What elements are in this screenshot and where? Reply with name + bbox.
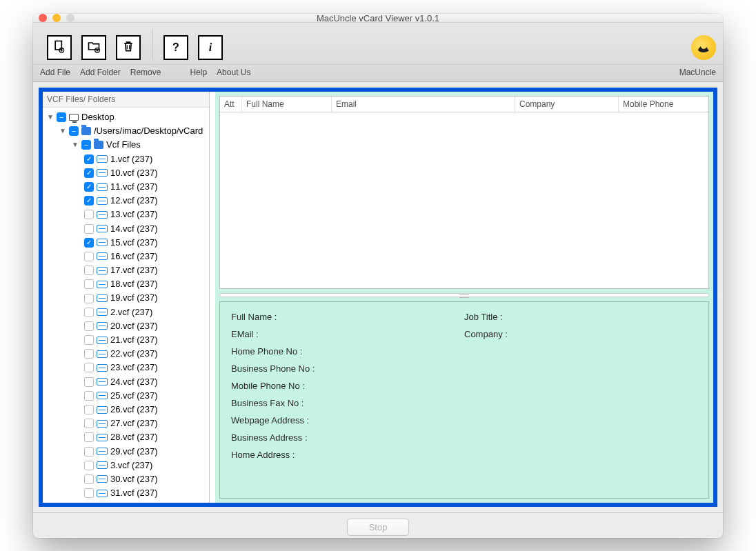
- detail-bizfax: Business Fax No :: [231, 398, 697, 408]
- help-button[interactable]: ?: [163, 35, 188, 60]
- tree-label: 22.vcf (237): [110, 348, 158, 360]
- tree-row[interactable]: 25.vcf (237): [44, 389, 208, 403]
- tree-label: 15.vcf (237): [110, 237, 158, 249]
- tree-row[interactable]: ▼–/Users/imac/Desktop/vCard: [44, 124, 208, 138]
- col-mobile[interactable]: Mobile Phone: [619, 97, 708, 112]
- flame-icon: [695, 39, 712, 56]
- trash-icon: [121, 39, 135, 56]
- vcard-icon: [97, 239, 108, 246]
- checkbox[interactable]: [84, 349, 94, 359]
- checkbox[interactable]: –: [69, 126, 79, 136]
- checkbox[interactable]: ✓: [84, 238, 94, 248]
- disclosure-triangle[interactable]: ▼: [59, 126, 66, 136]
- vcard-icon: [97, 490, 108, 497]
- tree-label: 3.vcf (237): [110, 459, 152, 472]
- tree-row[interactable]: ✓1.vcf (237): [44, 152, 208, 166]
- add-folder-button[interactable]: [81, 35, 106, 60]
- tree-row[interactable]: ✓12.vcf (237): [44, 194, 208, 208]
- disclosure-triangle[interactable]: ▼: [47, 112, 54, 122]
- tree-row[interactable]: 16.vcf (237): [44, 250, 208, 263]
- tree-row[interactable]: 31.vcf (237): [44, 486, 208, 500]
- checkbox[interactable]: [84, 308, 94, 317]
- checkbox[interactable]: [84, 474, 94, 484]
- vcard-icon: [97, 392, 108, 399]
- tree-label: 16.vcf (237): [110, 250, 158, 263]
- col-att[interactable]: Att: [220, 97, 242, 112]
- tree-row[interactable]: ▼–Desktop: [44, 110, 208, 124]
- footer: Stop: [33, 512, 723, 538]
- checkbox[interactable]: [84, 335, 94, 345]
- about-button[interactable]: i: [198, 35, 223, 60]
- tree-row[interactable]: 22.vcf (237): [44, 347, 208, 361]
- tree-row[interactable]: ✓11.vcf (237): [44, 180, 208, 194]
- tree-row[interactable]: 2.vcf (237): [44, 305, 208, 319]
- preview-panel: Att Full Name Email Company Mobile Phone…: [215, 92, 713, 503]
- checkbox[interactable]: ✓: [84, 182, 94, 192]
- checkbox[interactable]: [84, 391, 94, 401]
- tree-row[interactable]: 24.vcf (237): [44, 375, 208, 389]
- file-tree-scroll[interactable]: ▼–Desktop▼–/Users/imac/Desktop/vCard▼–Vc…: [43, 108, 209, 503]
- tree-row[interactable]: 29.vcf (237): [44, 445, 208, 459]
- vcard-icon: [97, 448, 108, 455]
- checkbox[interactable]: [84, 461, 94, 470]
- stop-button[interactable]: Stop: [347, 519, 409, 536]
- checkbox[interactable]: [84, 294, 94, 303]
- checkbox[interactable]: [84, 279, 94, 289]
- remove-button[interactable]: [116, 35, 141, 60]
- checkbox[interactable]: [84, 363, 94, 372]
- checkbox[interactable]: –: [81, 140, 91, 150]
- tree-label: Vcf Files: [106, 139, 141, 151]
- tree-row[interactable]: ✓10.vcf (237): [44, 166, 208, 180]
- tree-label: 20.vcf (237): [110, 320, 158, 332]
- close-window-button[interactable]: [39, 14, 47, 22]
- horizontal-splitter[interactable]: [219, 293, 709, 297]
- disclosure-triangle[interactable]: ▼: [72, 140, 79, 150]
- tree-label: 18.vcf (237): [110, 278, 158, 290]
- vcard-icon: [97, 364, 108, 372]
- col-fullname[interactable]: Full Name: [242, 97, 332, 112]
- checkbox[interactable]: [84, 419, 94, 428]
- tree-row[interactable]: 21.vcf (237): [44, 333, 208, 347]
- tree-label: 21.vcf (237): [110, 334, 158, 346]
- checkbox[interactable]: [84, 252, 94, 261]
- tree-row[interactable]: ✓15.vcf (237): [44, 236, 208, 250]
- tree-row[interactable]: 26.vcf (237): [44, 403, 208, 417]
- col-email[interactable]: Email: [332, 97, 515, 112]
- tree-row[interactable]: 13.vcf (237): [44, 208, 208, 221]
- add-folder-label: Add Folder: [80, 68, 121, 77]
- tree-row[interactable]: 14.vcf (237): [44, 222, 208, 236]
- checkbox[interactable]: –: [57, 112, 66, 122]
- col-company[interactable]: Company: [515, 97, 619, 112]
- tree-label: 26.vcf (237): [110, 403, 158, 416]
- checkbox[interactable]: [84, 447, 94, 457]
- tree-label: Desktop: [81, 111, 115, 123]
- contact-details: Full Name : Job Title : EMail : Company …: [219, 301, 709, 499]
- tree-row[interactable]: 20.vcf (237): [44, 319, 208, 333]
- tree-row[interactable]: 19.vcf (237): [44, 291, 208, 305]
- tree-label: 12.vcf (237): [110, 194, 158, 207]
- help-label: Help: [190, 68, 207, 77]
- tree-row[interactable]: 17.vcf (237): [44, 263, 208, 277]
- checkbox[interactable]: ✓: [84, 154, 94, 164]
- checkbox[interactable]: [84, 488, 94, 498]
- tree-row[interactable]: 23.vcf (237): [44, 361, 208, 374]
- checkbox[interactable]: [84, 377, 94, 387]
- tree-row[interactable]: 18.vcf (237): [44, 277, 208, 291]
- tree-row[interactable]: 27.vcf (237): [44, 417, 208, 430]
- checkbox[interactable]: ✓: [84, 196, 94, 206]
- tree-row[interactable]: 3.vcf (237): [44, 459, 208, 472]
- checkbox[interactable]: [84, 432, 94, 442]
- contacts-table[interactable]: Att Full Name Email Company Mobile Phone: [219, 96, 709, 289]
- add-file-button[interactable]: [47, 35, 72, 60]
- tree-row[interactable]: ▼–Vcf Files: [44, 138, 208, 152]
- checkbox[interactable]: [84, 224, 94, 234]
- checkbox[interactable]: [84, 266, 94, 275]
- tree-row[interactable]: 30.vcf (237): [44, 472, 208, 486]
- checkbox[interactable]: [84, 405, 94, 414]
- add-file-label: Add File: [40, 68, 70, 77]
- checkbox[interactable]: ✓: [84, 168, 94, 178]
- checkbox[interactable]: [84, 321, 94, 331]
- tree-row[interactable]: 28.vcf (237): [44, 430, 208, 444]
- checkbox[interactable]: [84, 210, 94, 219]
- minimize-window-button[interactable]: [52, 14, 61, 22]
